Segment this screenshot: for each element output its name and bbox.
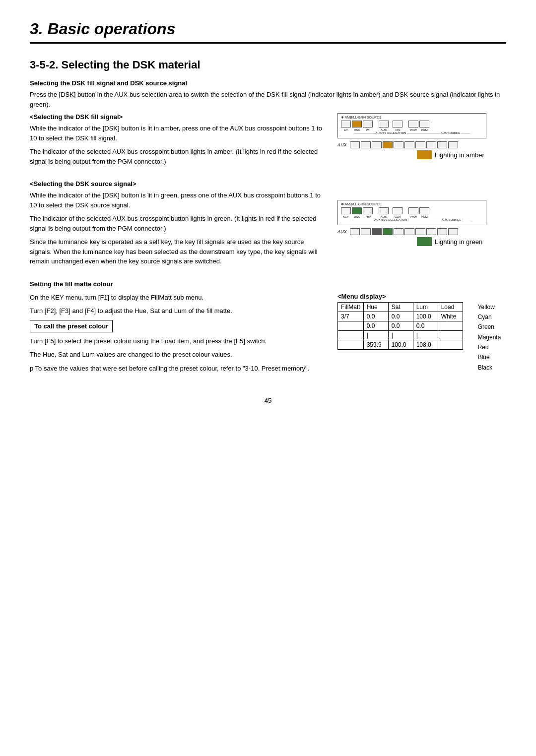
menu-table-row2: 0.0 0.0 0.0 xyxy=(338,321,463,330)
cell-sat-val: 0.0 xyxy=(388,312,413,321)
col-lum-header: Lum xyxy=(413,302,438,312)
color-cyan: Cyan xyxy=(478,312,501,322)
menu-display-area: <Menu display> FillMatt Hue Sat Lum Load… xyxy=(337,293,506,378)
menu-table-header-row: FillMatt Hue Sat Lum Load xyxy=(338,302,463,312)
diagram1-aux-btn2 xyxy=(361,141,371,148)
cell-sat-pipe: | xyxy=(388,330,413,340)
diagram1-top-label: ✱ AMB/LL·GRN SOURCE xyxy=(341,116,483,120)
source-signal-right: ✱ AMB/LL·GRN SOURCE KEY DSK PinP AUX xyxy=(337,180,506,270)
col-hue-header: Hue xyxy=(363,302,388,312)
diagram2-top-label: ✱ AMB/LL·GRN SOURCE xyxy=(341,202,483,206)
diagram1-btn-pvw xyxy=(408,121,418,127)
page-number: 45 xyxy=(30,397,506,404)
diagram1-btn-dsk xyxy=(352,121,362,127)
lighting-amber-label: Lighting in amber xyxy=(435,151,484,159)
cell-hue-0: 0.0 xyxy=(363,321,388,330)
menu-table: FillMatt Hue Sat Lum Load 3/7 0.0 0.0 10… xyxy=(337,302,463,350)
menu-table-row1: 3/7 0.0 0.0 100.0 White xyxy=(338,312,463,321)
diagram2-delegation-label: ——————— AUX BUS DELEGATION ——————————— A… xyxy=(341,218,483,221)
diagram2-btn-row xyxy=(341,207,483,214)
col-sat-header: Sat xyxy=(388,302,413,312)
diagram1-btn-aux xyxy=(379,121,389,127)
color-list: Yellow Cyan Green Magenta Red Blue Black xyxy=(478,302,501,373)
cell-hue-pipe: | xyxy=(363,330,388,340)
cell-empty3 xyxy=(338,340,364,349)
source-signal-section: <Selecting the DSK source signal> While … xyxy=(30,180,506,270)
diagram2-aux-btn3-dark xyxy=(372,228,382,235)
cell-fillmatt-val: 3/7 xyxy=(338,312,364,321)
lighting-green-row: Lighting in green xyxy=(417,237,482,246)
color-red: Red xyxy=(478,342,501,352)
diagram1-aux-btn6 xyxy=(404,141,414,148)
fill-matte-text: On the KEY menu, turn [F1] to display th… xyxy=(30,293,323,378)
source-signal-left: <Selecting the DSK source signal> While … xyxy=(30,180,328,270)
color-yellow: Yellow xyxy=(478,302,501,312)
cell-empty2 xyxy=(338,330,364,340)
diagram2-aux-btn9 xyxy=(437,228,447,235)
section-title: 3-5-2. Selecting the DSK material xyxy=(30,59,506,71)
cell-sat-max: 100.0 xyxy=(388,340,413,349)
chapter-title: 3. Basic operations xyxy=(30,20,506,44)
diagram1-aux-btn4-amber xyxy=(383,141,393,148)
fill-matte-heading: Setting the fill matte colour xyxy=(30,280,506,288)
menu-table-row3: | | | xyxy=(338,330,463,340)
diagram1-aux-btn5 xyxy=(394,141,403,148)
fill-signal-left: <Selecting the DSK fill signal> While th… xyxy=(30,113,328,170)
cell-hue-max: 359.9 xyxy=(363,340,388,349)
color-black: Black xyxy=(478,363,501,373)
cell-empty xyxy=(338,321,364,330)
diagram2-btn-cln xyxy=(393,207,402,214)
diagram1-btn-row xyxy=(341,121,483,127)
diagram1-btn-pgm xyxy=(419,121,429,127)
diagram1-aux-btn10 xyxy=(448,141,458,148)
diagram1-delegation-label: ——————— AUX/BS DELEGATION ——————————— AU… xyxy=(341,131,483,134)
fill-source-intro: Press the [DSK] button in the AUX bus se… xyxy=(30,90,506,109)
amber-swatch xyxy=(417,150,432,159)
diagram2-aux-btn2 xyxy=(361,228,371,235)
col-load-header: Load xyxy=(438,302,463,312)
source-signal-text3: Since the luminance key is operated as a… xyxy=(30,237,328,266)
diagram1-btn-p xyxy=(363,121,373,127)
menu-table-wrap: FillMatt Hue Sat Lum Load 3/7 0.0 0.0 10… xyxy=(337,302,463,373)
diagram2-btn-pvw xyxy=(408,207,418,214)
diagram1-aux-label: AUX xyxy=(337,142,347,147)
fill-matte-section: Setting the fill matte colour On the KEY… xyxy=(30,280,506,378)
to-call-text2: The Hue, Sat and Lum values are changed … xyxy=(30,350,323,360)
diagram2-aux-btn5 xyxy=(394,228,403,235)
source-signal-heading: <Selecting the DSK source signal> xyxy=(30,180,328,188)
diagram2-aux-btn1 xyxy=(350,228,360,235)
cell-load-color2 xyxy=(438,330,463,340)
menu-display-content: FillMatt Hue Sat Lum Load 3/7 0.0 0.0 10… xyxy=(337,302,506,373)
diagram1-aux-btn3 xyxy=(372,141,382,148)
to-call-text1: Turn [F5] to select the preset colour us… xyxy=(30,336,323,346)
color-magenta: Magenta xyxy=(478,332,501,342)
diagram2-btn-key xyxy=(341,207,351,214)
diagram2-aux-btn10 xyxy=(448,228,458,235)
fill-matte-text2: Turn [F2], [F3] and [F4] to adjust the H… xyxy=(30,306,323,316)
fill-matte-text1: On the KEY menu, turn [F1] to display th… xyxy=(30,293,323,303)
source-signal-text2: The indicator of the selected AUX bus cr… xyxy=(30,214,328,233)
diagram2-aux-btn6 xyxy=(404,228,414,235)
diagram2-panel: ✱ AMB/LL·GRN SOURCE KEY DSK PinP AUX xyxy=(337,200,486,225)
diagram1-aux-btn7 xyxy=(415,141,425,148)
fill-signal-text1: While the indicator of the [DSK] button … xyxy=(30,124,328,143)
to-call-note: p To save the values that were set befor… xyxy=(30,364,323,374)
menu-display-heading: <Menu display> xyxy=(337,293,506,300)
diagram2-aux-label: AUX xyxy=(337,229,347,234)
diagram2-btn-pinp xyxy=(363,207,373,214)
cell-load-val: White xyxy=(438,312,463,321)
cell-lum-pipe: | xyxy=(413,330,438,340)
cell-lum-0: 0.0 xyxy=(413,321,438,330)
diagram2-aux-row: AUX xyxy=(337,228,458,235)
color-green: Green xyxy=(478,322,501,332)
fill-source-heading: Selecting the DSK fill signal and DSK so… xyxy=(30,79,506,87)
cell-load-color3 xyxy=(438,340,463,349)
fill-signal-section: <Selecting the DSK fill signal> While th… xyxy=(30,113,506,170)
fill-matte-bottom: On the KEY menu, turn [F1] to display th… xyxy=(30,293,506,378)
diagram2-aux-btn7 xyxy=(415,228,425,235)
cell-lum-max: 108.0 xyxy=(413,340,438,349)
cell-sat-0: 0.0 xyxy=(388,321,413,330)
diagram1-aux-btn1 xyxy=(350,141,360,148)
col-fillmatt: FillMatt xyxy=(338,302,364,312)
green-swatch xyxy=(417,237,432,246)
